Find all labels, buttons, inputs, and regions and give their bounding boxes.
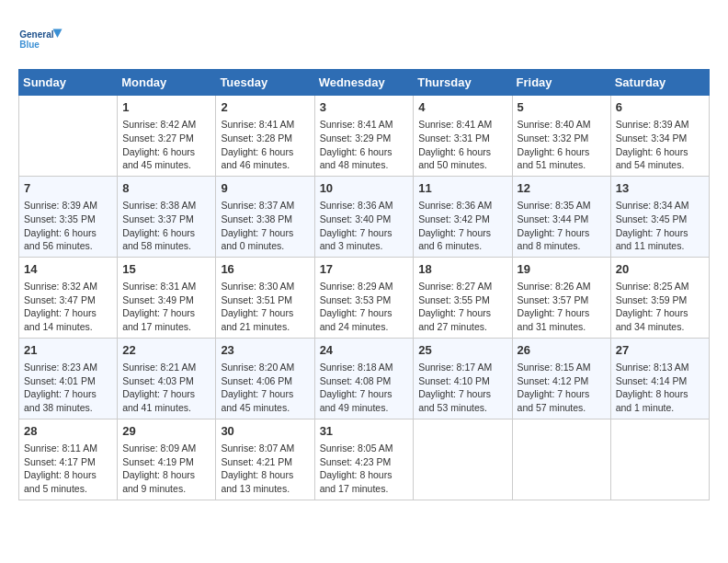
day-number: 27 xyxy=(616,342,704,359)
calendar-cell: 3Sunrise: 8:41 AM Sunset: 3:29 PM Daylig… xyxy=(314,96,414,177)
calendar-cell: 9Sunrise: 8:37 AM Sunset: 3:38 PM Daylig… xyxy=(216,176,314,257)
header-wednesday: Wednesday xyxy=(314,70,414,96)
day-detail: Sunrise: 8:20 AM Sunset: 4:06 PM Dayligh… xyxy=(221,361,309,415)
calendar-cell xyxy=(610,419,709,500)
calendar-cell: 2Sunrise: 8:41 AM Sunset: 3:28 PM Daylig… xyxy=(216,96,314,177)
calendar-cell: 20Sunrise: 8:25 AM Sunset: 3:59 PM Dayli… xyxy=(610,257,709,338)
day-detail: Sunrise: 8:21 AM Sunset: 4:03 PM Dayligh… xyxy=(122,361,210,415)
day-number: 16 xyxy=(221,261,309,278)
calendar-cell: 5Sunrise: 8:40 AM Sunset: 3:32 PM Daylig… xyxy=(512,96,610,177)
calendar-cell: 26Sunrise: 8:15 AM Sunset: 4:12 PM Dayli… xyxy=(512,338,610,419)
day-detail: Sunrise: 8:26 AM Sunset: 3:57 PM Dayligh… xyxy=(518,280,606,334)
day-number: 2 xyxy=(221,99,309,116)
day-detail: Sunrise: 8:09 AM Sunset: 4:19 PM Dayligh… xyxy=(122,442,210,496)
week-row-2: 14Sunrise: 8:32 AM Sunset: 3:47 PM Dayli… xyxy=(19,257,710,338)
day-detail: Sunrise: 8:41 AM Sunset: 3:31 PM Dayligh… xyxy=(418,118,506,172)
day-number: 21 xyxy=(24,342,112,359)
calendar-cell xyxy=(512,419,610,500)
day-detail: Sunrise: 8:07 AM Sunset: 4:21 PM Dayligh… xyxy=(221,442,309,496)
day-detail: Sunrise: 8:05 AM Sunset: 4:23 PM Dayligh… xyxy=(320,442,409,496)
day-detail: Sunrise: 8:18 AM Sunset: 4:08 PM Dayligh… xyxy=(320,361,409,415)
week-row-0: 1Sunrise: 8:42 AM Sunset: 3:27 PM Daylig… xyxy=(19,96,710,177)
calendar-cell: 6Sunrise: 8:39 AM Sunset: 3:34 PM Daylig… xyxy=(610,96,709,177)
calendar-cell: 18Sunrise: 8:27 AM Sunset: 3:55 PM Dayli… xyxy=(414,257,512,338)
calendar-cell: 30Sunrise: 8:07 AM Sunset: 4:21 PM Dayli… xyxy=(216,419,314,500)
calendar-header-row: SundayMondayTuesdayWednesdayThursdayFrid… xyxy=(19,70,710,96)
calendar-cell: 4Sunrise: 8:41 AM Sunset: 3:31 PM Daylig… xyxy=(414,96,512,177)
week-row-3: 21Sunrise: 8:23 AM Sunset: 4:01 PM Dayli… xyxy=(19,338,710,419)
day-detail: Sunrise: 8:31 AM Sunset: 3:49 PM Dayligh… xyxy=(122,280,210,334)
calendar-cell: 29Sunrise: 8:09 AM Sunset: 4:19 PM Dayli… xyxy=(118,419,216,500)
day-number: 13 xyxy=(616,180,704,197)
day-number: 14 xyxy=(24,261,112,278)
day-number: 26 xyxy=(518,342,606,359)
day-detail: Sunrise: 8:32 AM Sunset: 3:47 PM Dayligh… xyxy=(24,280,112,334)
day-number: 20 xyxy=(616,261,704,278)
day-number: 19 xyxy=(518,261,606,278)
header-friday: Friday xyxy=(512,70,610,96)
header-sunday: Sunday xyxy=(19,70,118,96)
day-detail: Sunrise: 8:35 AM Sunset: 3:44 PM Dayligh… xyxy=(518,199,606,253)
day-number: 11 xyxy=(418,180,506,197)
day-number: 9 xyxy=(221,180,309,197)
day-detail: Sunrise: 8:23 AM Sunset: 4:01 PM Dayligh… xyxy=(24,361,112,415)
calendar-cell xyxy=(19,96,118,177)
day-number: 5 xyxy=(518,99,606,116)
calendar-cell: 16Sunrise: 8:30 AM Sunset: 3:51 PM Dayli… xyxy=(216,257,314,338)
day-detail: Sunrise: 8:15 AM Sunset: 4:12 PM Dayligh… xyxy=(518,361,606,415)
day-detail: Sunrise: 8:40 AM Sunset: 3:32 PM Dayligh… xyxy=(518,118,606,172)
calendar-cell: 27Sunrise: 8:13 AM Sunset: 4:14 PM Dayli… xyxy=(610,338,709,419)
week-row-4: 28Sunrise: 8:11 AM Sunset: 4:17 PM Dayli… xyxy=(19,419,710,500)
day-detail: Sunrise: 8:29 AM Sunset: 3:53 PM Dayligh… xyxy=(320,280,409,334)
header-monday: Monday xyxy=(118,70,216,96)
day-number: 4 xyxy=(418,99,506,116)
day-number: 18 xyxy=(418,261,506,278)
day-number: 30 xyxy=(221,423,309,440)
calendar-cell xyxy=(414,419,512,500)
day-detail: Sunrise: 8:41 AM Sunset: 3:29 PM Dayligh… xyxy=(320,118,409,172)
day-detail: Sunrise: 8:17 AM Sunset: 4:10 PM Dayligh… xyxy=(418,361,506,415)
calendar-cell: 22Sunrise: 8:21 AM Sunset: 4:03 PM Dayli… xyxy=(118,338,216,419)
day-detail: Sunrise: 8:39 AM Sunset: 3:35 PM Dayligh… xyxy=(24,199,112,253)
svg-text:General: General xyxy=(19,29,53,40)
day-detail: Sunrise: 8:34 AM Sunset: 3:45 PM Dayligh… xyxy=(616,199,704,253)
day-number: 22 xyxy=(122,342,210,359)
calendar-cell: 12Sunrise: 8:35 AM Sunset: 3:44 PM Dayli… xyxy=(512,176,610,257)
calendar-cell: 7Sunrise: 8:39 AM Sunset: 3:35 PM Daylig… xyxy=(19,176,118,257)
page-header: General Blue xyxy=(18,18,710,60)
calendar-cell: 28Sunrise: 8:11 AM Sunset: 4:17 PM Dayli… xyxy=(19,419,118,500)
day-number: 6 xyxy=(616,99,704,116)
calendar-cell: 13Sunrise: 8:34 AM Sunset: 3:45 PM Dayli… xyxy=(610,176,709,257)
svg-text:Blue: Blue xyxy=(19,40,40,50)
day-number: 3 xyxy=(320,99,409,116)
day-number: 12 xyxy=(518,180,606,197)
day-detail: Sunrise: 8:27 AM Sunset: 3:55 PM Dayligh… xyxy=(418,280,506,334)
calendar-cell: 25Sunrise: 8:17 AM Sunset: 4:10 PM Dayli… xyxy=(414,338,512,419)
day-number: 28 xyxy=(24,423,112,440)
calendar-cell: 24Sunrise: 8:18 AM Sunset: 4:08 PM Dayli… xyxy=(314,338,414,419)
day-detail: Sunrise: 8:13 AM Sunset: 4:14 PM Dayligh… xyxy=(616,361,704,415)
day-number: 31 xyxy=(320,423,409,440)
day-number: 10 xyxy=(320,180,409,197)
day-detail: Sunrise: 8:25 AM Sunset: 3:59 PM Dayligh… xyxy=(616,280,704,334)
day-number: 1 xyxy=(122,99,210,116)
calendar-cell: 23Sunrise: 8:20 AM Sunset: 4:06 PM Dayli… xyxy=(216,338,314,419)
calendar-cell: 1Sunrise: 8:42 AM Sunset: 3:27 PM Daylig… xyxy=(118,96,216,177)
header-saturday: Saturday xyxy=(610,70,709,96)
calendar-cell: 11Sunrise: 8:36 AM Sunset: 3:42 PM Dayli… xyxy=(414,176,512,257)
day-detail: Sunrise: 8:42 AM Sunset: 3:27 PM Dayligh… xyxy=(122,118,210,172)
header-thursday: Thursday xyxy=(414,70,512,96)
calendar-cell: 31Sunrise: 8:05 AM Sunset: 4:23 PM Dayli… xyxy=(314,419,414,500)
day-detail: Sunrise: 8:36 AM Sunset: 3:42 PM Dayligh… xyxy=(418,199,506,253)
header-tuesday: Tuesday xyxy=(216,70,314,96)
day-detail: Sunrise: 8:37 AM Sunset: 3:38 PM Dayligh… xyxy=(221,199,309,253)
calendar-cell: 10Sunrise: 8:36 AM Sunset: 3:40 PM Dayli… xyxy=(314,176,414,257)
day-number: 23 xyxy=(221,342,309,359)
day-detail: Sunrise: 8:36 AM Sunset: 3:40 PM Dayligh… xyxy=(320,199,409,253)
calendar-cell: 8Sunrise: 8:38 AM Sunset: 3:37 PM Daylig… xyxy=(118,176,216,257)
day-number: 15 xyxy=(122,261,210,278)
day-number: 29 xyxy=(122,423,210,440)
day-number: 17 xyxy=(320,261,409,278)
day-detail: Sunrise: 8:11 AM Sunset: 4:17 PM Dayligh… xyxy=(24,442,112,496)
day-number: 7 xyxy=(24,180,112,197)
